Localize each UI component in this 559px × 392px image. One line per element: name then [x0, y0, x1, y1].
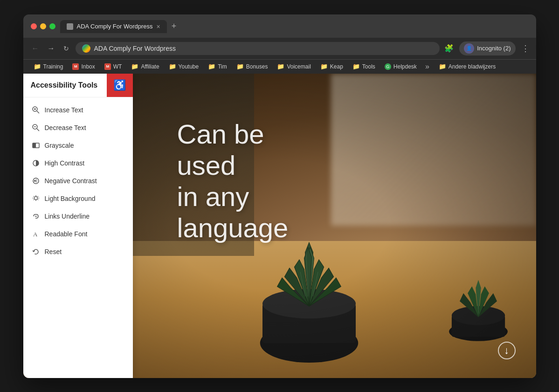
- high-contrast-icon: [32, 159, 40, 167]
- increase-text-label: Increase Text: [45, 106, 83, 114]
- bookmark-label: Andere bladwijzers: [449, 63, 496, 70]
- accessibility-icon-button[interactable]: ♿: [107, 74, 133, 97]
- bookmark-label: Training: [43, 63, 63, 70]
- wheelchair-icon: ♿: [113, 79, 126, 91]
- folder-icon: 📁: [352, 63, 360, 70]
- extensions-icon[interactable]: 🧩: [444, 44, 454, 53]
- svg-line-29: [34, 199, 34, 200]
- panel-item-light-background[interactable]: Light Background: [23, 190, 133, 207]
- reset-label: Reset: [45, 248, 62, 255]
- address-bar[interactable]: ADA Comply For Wordpress: [76, 42, 440, 55]
- bookmark-label: Tools: [362, 63, 375, 70]
- profile-button[interactable]: 👤 Incognito (2): [459, 41, 515, 55]
- svg-text:A: A: [33, 231, 38, 238]
- bookmark-inbox[interactable]: M Inbox: [69, 62, 98, 71]
- bookmark-label: Tim: [218, 63, 227, 70]
- viewport: Can be used in any language DEMO SITE De…: [23, 74, 536, 378]
- helpdesk-icon: G: [385, 63, 391, 70]
- google-icon: [82, 44, 90, 53]
- reset-icon: [32, 248, 40, 256]
- maximize-window-button[interactable]: [49, 23, 55, 29]
- back-button[interactable]: ←: [30, 43, 41, 54]
- svg-line-27: [34, 196, 34, 197]
- nav-bar: ← → ↻ ADA Comply For Wordpress 🧩 👤 Incog…: [23, 38, 536, 59]
- bookmark-youtube[interactable]: 📁 Youtube: [165, 62, 203, 71]
- bookmark-tim[interactable]: 📁 Tim: [204, 62, 231, 71]
- bookmark-wt[interactable]: M WT: [101, 62, 126, 71]
- panel-title: Accessibility Tools: [31, 81, 99, 89]
- decrease-text-icon: [32, 124, 40, 132]
- negative-contrast-label: Negative Contrast: [45, 177, 97, 185]
- bookmark-training[interactable]: 📁 Training: [30, 62, 67, 71]
- panel-items: Increase Text Decrease Text: [23, 97, 133, 378]
- bookmark-other[interactable]: 📁 Andere bladwijzers: [435, 62, 499, 71]
- minimize-window-button[interactable]: [40, 23, 46, 29]
- panel-item-decrease-text[interactable]: Decrease Text: [23, 119, 133, 137]
- panel-item-increase-text[interactable]: Increase Text: [23, 101, 133, 119]
- svg-line-28: [38, 199, 38, 200]
- links-underline-label: Links Underline: [45, 213, 90, 220]
- scroll-down-button[interactable]: ↓: [498, 342, 516, 359]
- grayscale-label: Grayscale: [45, 142, 74, 149]
- svg-point-21: [34, 180, 36, 182]
- folder-icon: 📁: [277, 63, 284, 70]
- panel-item-negative-contrast[interactable]: Negative Contrast: [23, 172, 133, 190]
- svg-line-11: [37, 111, 39, 113]
- folder-icon: 📁: [131, 63, 138, 70]
- bookmark-label: Voicemail: [287, 63, 311, 70]
- bookmark-label: WT: [113, 63, 122, 70]
- panel-header: Accessibility Tools ♿: [23, 74, 133, 97]
- bookmark-label: Helpdesk: [393, 63, 417, 70]
- bookmark-label: Bonuses: [246, 63, 268, 70]
- svg-point-22: [34, 196, 37, 199]
- bookmark-tools[interactable]: 📁 Tools: [349, 62, 379, 71]
- profile-label: Incognito (2): [477, 45, 511, 52]
- folder-icon: 📁: [320, 63, 328, 70]
- close-tab-button[interactable]: ×: [157, 23, 160, 30]
- bookmark-label: Keap: [330, 63, 343, 70]
- browser-menu-button[interactable]: ⋮: [521, 43, 530, 54]
- panel-title-area: Accessibility Tools: [23, 74, 107, 97]
- tab-favicon: [67, 23, 73, 30]
- reload-button[interactable]: ↻: [62, 44, 71, 53]
- svg-line-15: [37, 129, 39, 131]
- increase-text-icon: [32, 106, 40, 114]
- gmail-icon: M: [104, 63, 111, 70]
- avatar: 👤: [464, 43, 474, 54]
- new-tab-button[interactable]: +: [169, 21, 179, 32]
- active-tab[interactable]: ADA Comply For Wordpress ×: [60, 20, 167, 33]
- browser-window: ADA Comply For Wordpress × + ← → ↻ ADA C…: [23, 14, 536, 378]
- title-bar: ADA Comply For Wordpress × +: [23, 14, 536, 38]
- tab-title: ADA Comply For Wordpress: [77, 23, 153, 30]
- folder-icon: 📁: [236, 63, 244, 70]
- panel-item-readable-font[interactable]: A Readable Font: [23, 225, 133, 243]
- address-text: ADA Comply For Wordpress: [94, 45, 434, 52]
- panel-item-reset[interactable]: Reset: [23, 243, 133, 261]
- accessibility-panel: Accessibility Tools ♿: [23, 74, 133, 378]
- panel-item-high-contrast[interactable]: High Contrast: [23, 154, 133, 172]
- readable-font-label: Readable Font: [45, 230, 88, 238]
- forward-button[interactable]: →: [46, 43, 57, 54]
- links-underline-icon: [32, 212, 40, 220]
- bookmark-keap[interactable]: 📁 Keap: [317, 62, 347, 71]
- bookmark-bonuses[interactable]: 📁 Bonuses: [233, 62, 272, 71]
- panel-item-links-underline[interactable]: Links Underline: [23, 207, 133, 225]
- high-contrast-label: High Contrast: [45, 159, 85, 167]
- bookmark-label: Inbox: [81, 63, 95, 70]
- bookmark-helpdesk[interactable]: G Helpdesk: [381, 62, 421, 71]
- light-background-icon: [32, 194, 40, 203]
- close-window-button[interactable]: [31, 23, 37, 29]
- light-background-label: Light Background: [45, 195, 96, 202]
- folder-icon: 📁: [208, 63, 215, 70]
- gmail-icon: M: [72, 63, 79, 70]
- folder-icon: 📁: [169, 63, 176, 70]
- bookmark-affiliate[interactable]: 📁 Affiliate: [127, 62, 163, 71]
- nav-right: 🧩 👤 Incognito (2) ⋮: [444, 41, 529, 55]
- folder-icon: 📁: [439, 63, 446, 70]
- grayscale-icon: [32, 141, 40, 150]
- bookmarks-more-button[interactable]: »: [423, 62, 431, 72]
- tab-bar: ADA Comply For Wordpress × +: [60, 20, 529, 33]
- bookmark-voicemail[interactable]: 📁 Voicemail: [273, 62, 314, 71]
- bookmarks-bar: 📁 Training M Inbox M WT 📁 Affiliate 📁 Yo…: [23, 59, 536, 74]
- panel-item-grayscale[interactable]: Grayscale: [23, 137, 133, 154]
